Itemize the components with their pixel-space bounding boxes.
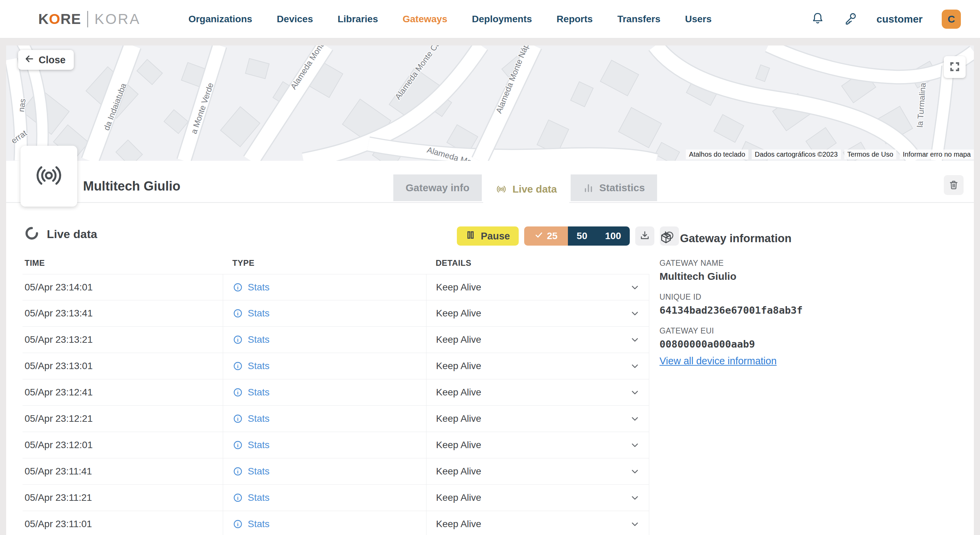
avatar-initial: C <box>948 13 955 25</box>
close-map-button[interactable]: Close <box>18 50 74 70</box>
bar-chart-icon <box>583 182 594 193</box>
row-details-cell: Keep Alive <box>426 511 649 535</box>
stats-link-label: Stats <box>248 387 270 398</box>
stats-link[interactable]: Stats <box>233 439 270 450</box>
nav-item-organizations[interactable]: Organizations <box>188 14 252 25</box>
chevron-down-icon[interactable] <box>630 335 640 345</box>
chevron-down-icon[interactable] <box>630 282 640 292</box>
row-type-cell: Stats <box>223 432 426 458</box>
spinner-icon <box>25 227 38 241</box>
chevron-down-icon[interactable] <box>630 387 640 398</box>
stats-link[interactable]: Stats <box>233 282 270 293</box>
column-header-details: DETAILS <box>426 255 649 274</box>
radio-waves-icon <box>495 184 507 195</box>
tab-gateway-info[interactable]: Gateway info <box>393 174 482 201</box>
stats-link[interactable]: Stats <box>233 361 270 372</box>
row-type-cell: Stats <box>223 458 426 485</box>
row-type-cell: Stats <box>223 300 426 327</box>
kore-kora-logo[interactable]: KORE KORA <box>38 11 140 27</box>
nav-item-gateways[interactable]: Gateways <box>402 14 447 25</box>
chevron-down-icon[interactable] <box>630 519 640 529</box>
column-header-time: TIME <box>22 255 223 274</box>
row-type-cell: Stats <box>223 406 426 432</box>
row-details-cell: Keep Alive <box>426 432 649 458</box>
logo-kora: KORA <box>94 11 140 27</box>
package-icon <box>660 231 673 246</box>
stats-link[interactable]: Stats <box>233 492 270 503</box>
user-avatar[interactable]: C <box>942 10 961 29</box>
top-nav: KORE KORA OrganizationsDevicesLibrariesG… <box>0 0 980 38</box>
table-body: 05/Apr 23:14:01StatsKeep Alive05/Apr 23:… <box>22 274 649 535</box>
chevron-down-icon[interactable] <box>630 466 640 476</box>
map-attribution-dados-cartogr-ficos-2023[interactable]: Dados cartográficos ©2023 <box>752 150 841 160</box>
tab-statistics[interactable]: Statistics <box>571 174 657 201</box>
page-size-25[interactable]: 25 <box>524 227 568 246</box>
logo-divider <box>87 11 88 27</box>
nav-item-deployments[interactable]: Deployments <box>472 14 532 25</box>
map-region[interactable]: naserratda Indaiatubaa Monte VerdeAlamed… <box>6 45 974 161</box>
gateway-information-title: Gateway information <box>680 232 791 245</box>
row-type-cell: Stats <box>223 379 426 406</box>
chevron-down-icon[interactable] <box>630 361 640 371</box>
delete-gateway-button[interactable] <box>944 175 964 195</box>
nav-item-devices[interactable]: Devices <box>277 14 313 25</box>
chevron-down-icon[interactable] <box>630 440 640 450</box>
row-details: Keep Alive <box>436 492 481 503</box>
page-size-toggle: 2550100 <box>524 227 630 246</box>
live-data-controls: Pause 2550100 <box>457 227 679 246</box>
nav-item-transfers[interactable]: Transfers <box>617 14 660 25</box>
info-icon <box>233 414 243 424</box>
app-root: KORE KORA OrganizationsDevicesLibrariesG… <box>0 0 980 535</box>
stats-link[interactable]: Stats <box>233 308 270 319</box>
info-icon <box>233 466 243 476</box>
pause-button[interactable]: Pause <box>457 227 519 246</box>
field-value-gateway-eui: 00800000a000aab9 <box>660 338 953 350</box>
live-data-table: TIME TYPE DETAILS 05/Apr 23:14:01StatsKe… <box>22 255 649 535</box>
stats-link[interactable]: Stats <box>233 413 270 424</box>
stats-link[interactable]: Stats <box>233 387 270 398</box>
table-header-row: TIME TYPE DETAILS <box>22 255 649 274</box>
page-size-label: 25 <box>547 230 557 241</box>
page-size-50[interactable]: 50 <box>568 227 596 246</box>
stats-link-label: Stats <box>248 466 270 477</box>
row-time: 05/Apr 23:11:21 <box>22 485 223 511</box>
user-name[interactable]: customer <box>877 13 923 25</box>
chevron-down-icon[interactable] <box>630 308 640 318</box>
map-attribution: Atalhos do tecladoDados cartográficos ©2… <box>686 150 974 160</box>
nav-item-reports[interactable]: Reports <box>557 14 593 25</box>
stats-link[interactable]: Stats <box>233 519 270 530</box>
chevron-down-icon[interactable] <box>630 414 640 424</box>
tab-live-data[interactable]: Live data <box>483 174 569 204</box>
row-type-cell: Stats <box>223 353 426 379</box>
info-icon <box>233 493 243 503</box>
chevron-down-icon[interactable] <box>630 493 640 503</box>
trash-icon <box>948 179 959 192</box>
map-fullscreen-button[interactable] <box>944 56 966 78</box>
gateway-title: Multitech Giulio <box>83 179 180 193</box>
gateway-icon-card <box>21 146 77 207</box>
column-header-type: TYPE <box>223 255 426 274</box>
nav-item-users[interactable]: Users <box>685 14 712 25</box>
page-size-label: 50 <box>577 230 587 241</box>
download-button[interactable] <box>635 227 654 246</box>
street-label-nas: nas <box>16 98 27 113</box>
map-attribution-informar-erro-no-mapa[interactable]: Informar erro no mapa <box>900 150 974 160</box>
row-time: 05/Apr 23:11:41 <box>22 458 223 485</box>
stats-link[interactable]: Stats <box>233 466 270 477</box>
stats-link-label: Stats <box>248 519 270 530</box>
view-all-device-information-link[interactable]: View all device information <box>660 355 777 367</box>
row-time: 05/Apr 23:13:01 <box>22 353 223 379</box>
api-keys-button[interactable] <box>844 12 858 26</box>
live-data-title: Live data <box>47 227 97 241</box>
stats-link[interactable]: Stats <box>233 334 270 345</box>
notifications-button[interactable] <box>811 12 824 26</box>
page-size-100[interactable]: 100 <box>596 227 630 246</box>
map-attribution-atalhos-do-teclado[interactable]: Atalhos do teclado <box>686 150 748 160</box>
field-value-unique-id: 64134bad236e67001fa8ab3f <box>660 305 953 316</box>
map-attribution-termos-de-uso[interactable]: Termos de Uso <box>844 150 897 160</box>
nav-item-libraries[interactable]: Libraries <box>337 14 378 25</box>
row-details-cell: Keep Alive <box>426 406 649 432</box>
row-details-cell: Keep Alive <box>426 353 649 379</box>
gateway-information-panel: Gateway information GATEWAY NAMEMultitec… <box>660 231 953 367</box>
info-icon <box>233 335 243 345</box>
